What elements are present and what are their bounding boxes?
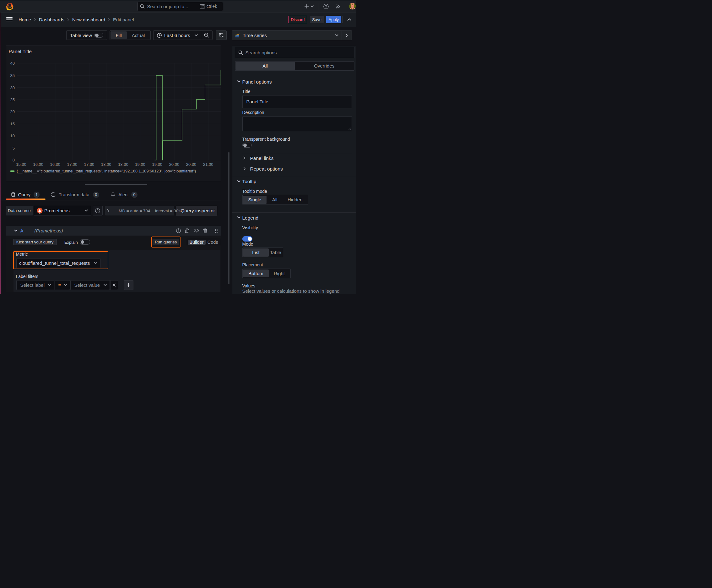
svg-text:30: 30 [10, 85, 15, 90]
svg-text:20:00: 20:00 [169, 162, 179, 167]
svg-text:{__name__="cloudflared_tunnel_: {__name__="cloudflared_tunnel_total_requ… [17, 169, 196, 173]
svg-text:16:00: 16:00 [33, 162, 43, 167]
svg-text:35: 35 [10, 73, 15, 78]
svg-text:10: 10 [10, 133, 15, 138]
svg-text:20: 20 [10, 109, 15, 114]
svg-text:16:30: 16:30 [50, 162, 60, 167]
svg-text:15:30: 15:30 [16, 162, 26, 167]
svg-text:20:30: 20:30 [186, 162, 196, 167]
svg-text:0: 0 [12, 158, 15, 162]
svg-text:15: 15 [10, 122, 15, 126]
svg-text:21:00: 21:00 [203, 162, 213, 167]
svg-text:18:30: 18:30 [118, 162, 128, 167]
svg-text:17:30: 17:30 [84, 162, 94, 167]
svg-text:40: 40 [10, 61, 15, 66]
svg-text:19:00: 19:00 [135, 162, 145, 167]
svg-text:19:30: 19:30 [152, 162, 162, 167]
svg-text:5: 5 [12, 146, 15, 150]
svg-text:18:00: 18:00 [101, 162, 111, 167]
svg-text:25: 25 [10, 97, 15, 102]
svg-text:17:00: 17:00 [67, 162, 77, 167]
